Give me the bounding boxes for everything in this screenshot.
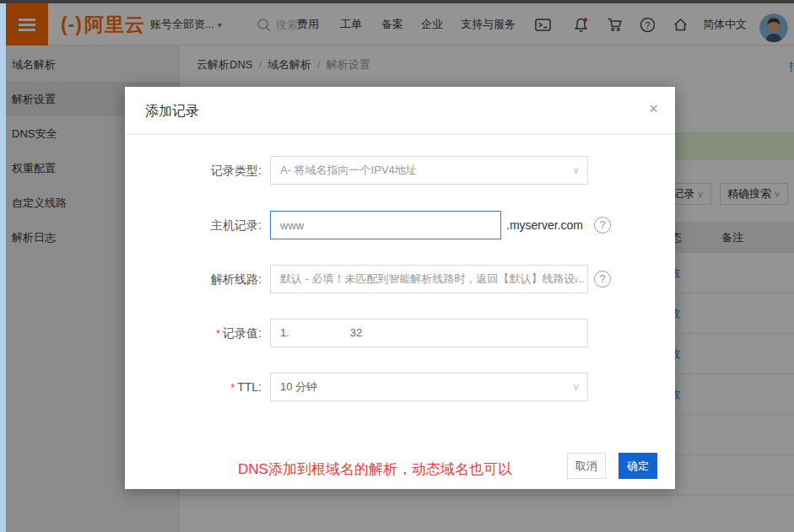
record-value-label: *记录值: (125, 319, 262, 348)
resolution-line-label: 解析线路: (125, 265, 262, 293)
host-record-help-icon[interactable]: ? (594, 217, 611, 234)
modal-title: 添加记录 (145, 87, 199, 135)
chevron-down-icon: ∨ (572, 373, 580, 400)
close-icon[interactable]: × (649, 99, 658, 118)
host-record-input[interactable] (270, 211, 501, 239)
window-top-edge (0, 0, 794, 3)
domain-suffix: .myserver.com (506, 211, 602, 239)
record-type-label: 记录类型: (125, 156, 262, 185)
ttl-select[interactable]: 10 分钟 ∨ (270, 373, 588, 401)
chevron-down-icon: ∨ (572, 266, 580, 293)
resolution-line-select[interactable]: 默认 - 必填！未匹配到智能解析线路时，返回【默认】线路设... ∨ (270, 265, 588, 293)
cancel-button[interactable]: 取消 (567, 453, 606, 479)
resolution-line-help-icon[interactable]: ? (594, 271, 611, 287)
ttl-label: *TTL: (125, 373, 262, 402)
required-asterisk: * (216, 327, 220, 340)
host-record-label: 主机记录: (125, 211, 262, 239)
add-record-modal: 添加记录 × 记录类型: A- 将域名指向一个IPV4地址 ∨ 主机记录: .m… (125, 87, 675, 489)
required-asterisk: * (230, 381, 235, 394)
chevron-down-icon: ∨ (572, 157, 580, 184)
modal-header: 添加记录 × (125, 87, 675, 135)
annotation-note: DNS添加到根域名的解析，动态域名也可以 (238, 459, 512, 479)
window-left-edge (0, 0, 6, 532)
record-value-input[interactable]: 1.32 (270, 319, 588, 347)
record-type-select[interactable]: A- 将域名指向一个IPV4地址 ∨ (270, 156, 588, 185)
confirm-button[interactable]: 确定 (618, 453, 657, 479)
